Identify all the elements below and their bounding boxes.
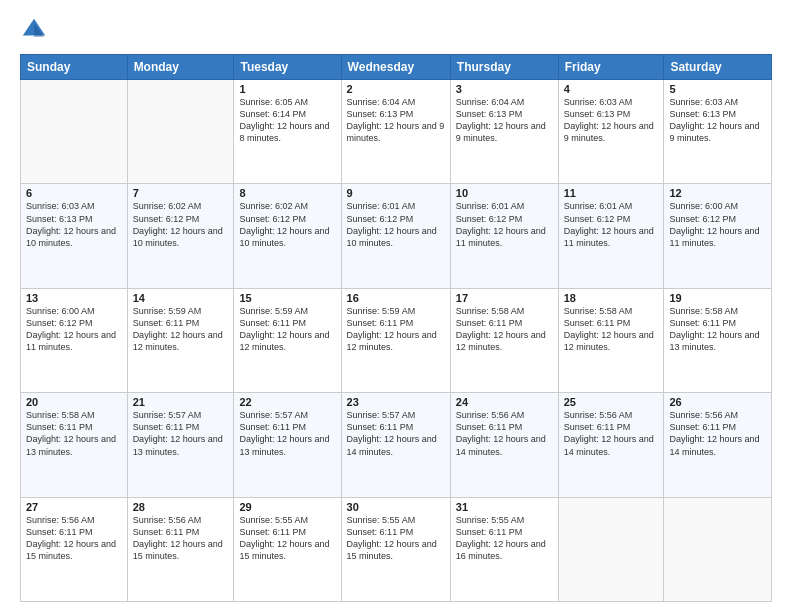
calendar-cell: 18Sunrise: 5:58 AMSunset: 6:11 PMDayligh… <box>558 288 664 392</box>
day-number: 7 <box>133 187 229 199</box>
day-info: Sunrise: 5:58 AMSunset: 6:11 PMDaylight:… <box>564 305 659 354</box>
day-number: 25 <box>564 396 659 408</box>
weekday-header-wednesday: Wednesday <box>341 55 450 80</box>
calendar-cell: 7Sunrise: 6:02 AMSunset: 6:12 PMDaylight… <box>127 184 234 288</box>
day-info: Sunrise: 5:59 AMSunset: 6:11 PMDaylight:… <box>133 305 229 354</box>
calendar-cell: 8Sunrise: 6:02 AMSunset: 6:12 PMDaylight… <box>234 184 341 288</box>
day-info: Sunrise: 5:55 AMSunset: 6:11 PMDaylight:… <box>239 514 335 563</box>
day-number: 22 <box>239 396 335 408</box>
day-number: 6 <box>26 187 122 199</box>
day-info: Sunrise: 5:56 AMSunset: 6:11 PMDaylight:… <box>26 514 122 563</box>
day-number: 24 <box>456 396 553 408</box>
day-info: Sunrise: 6:01 AMSunset: 6:12 PMDaylight:… <box>347 200 445 249</box>
calendar-cell: 26Sunrise: 5:56 AMSunset: 6:11 PMDayligh… <box>664 393 772 497</box>
day-info: Sunrise: 5:58 AMSunset: 6:11 PMDaylight:… <box>669 305 766 354</box>
calendar-cell: 21Sunrise: 5:57 AMSunset: 6:11 PMDayligh… <box>127 393 234 497</box>
calendar-cell: 14Sunrise: 5:59 AMSunset: 6:11 PMDayligh… <box>127 288 234 392</box>
day-info: Sunrise: 5:59 AMSunset: 6:11 PMDaylight:… <box>239 305 335 354</box>
weekday-header-saturday: Saturday <box>664 55 772 80</box>
calendar-cell: 13Sunrise: 6:00 AMSunset: 6:12 PMDayligh… <box>21 288 128 392</box>
day-info: Sunrise: 5:55 AMSunset: 6:11 PMDaylight:… <box>456 514 553 563</box>
day-info: Sunrise: 5:55 AMSunset: 6:11 PMDaylight:… <box>347 514 445 563</box>
calendar-cell: 22Sunrise: 5:57 AMSunset: 6:11 PMDayligh… <box>234 393 341 497</box>
page-header <box>20 16 772 44</box>
day-info: Sunrise: 6:03 AMSunset: 6:13 PMDaylight:… <box>669 96 766 145</box>
day-info: Sunrise: 6:01 AMSunset: 6:12 PMDaylight:… <box>456 200 553 249</box>
day-info: Sunrise: 6:04 AMSunset: 6:13 PMDaylight:… <box>347 96 445 145</box>
day-info: Sunrise: 6:03 AMSunset: 6:13 PMDaylight:… <box>26 200 122 249</box>
day-info: Sunrise: 5:56 AMSunset: 6:11 PMDaylight:… <box>133 514 229 563</box>
calendar-cell <box>127 80 234 184</box>
week-row-2: 6Sunrise: 6:03 AMSunset: 6:13 PMDaylight… <box>21 184 772 288</box>
calendar-cell: 25Sunrise: 5:56 AMSunset: 6:11 PMDayligh… <box>558 393 664 497</box>
calendar-cell: 24Sunrise: 5:56 AMSunset: 6:11 PMDayligh… <box>450 393 558 497</box>
calendar-cell <box>558 497 664 601</box>
calendar-cell: 11Sunrise: 6:01 AMSunset: 6:12 PMDayligh… <box>558 184 664 288</box>
logo <box>20 16 52 44</box>
weekday-header-friday: Friday <box>558 55 664 80</box>
day-number: 4 <box>564 83 659 95</box>
day-number: 8 <box>239 187 335 199</box>
day-info: Sunrise: 5:58 AMSunset: 6:11 PMDaylight:… <box>26 409 122 458</box>
day-number: 21 <box>133 396 229 408</box>
calendar-cell: 9Sunrise: 6:01 AMSunset: 6:12 PMDaylight… <box>341 184 450 288</box>
day-number: 12 <box>669 187 766 199</box>
weekday-header-thursday: Thursday <box>450 55 558 80</box>
calendar-cell: 10Sunrise: 6:01 AMSunset: 6:12 PMDayligh… <box>450 184 558 288</box>
calendar-table: SundayMondayTuesdayWednesdayThursdayFrid… <box>20 54 772 602</box>
calendar-cell: 29Sunrise: 5:55 AMSunset: 6:11 PMDayligh… <box>234 497 341 601</box>
day-info: Sunrise: 5:57 AMSunset: 6:11 PMDaylight:… <box>239 409 335 458</box>
day-info: Sunrise: 5:56 AMSunset: 6:11 PMDaylight:… <box>564 409 659 458</box>
calendar-cell: 2Sunrise: 6:04 AMSunset: 6:13 PMDaylight… <box>341 80 450 184</box>
day-number: 11 <box>564 187 659 199</box>
day-info: Sunrise: 6:04 AMSunset: 6:13 PMDaylight:… <box>456 96 553 145</box>
calendar-header: SundayMondayTuesdayWednesdayThursdayFrid… <box>21 55 772 80</box>
day-number: 17 <box>456 292 553 304</box>
calendar-cell: 27Sunrise: 5:56 AMSunset: 6:11 PMDayligh… <box>21 497 128 601</box>
logo-icon <box>20 16 48 44</box>
day-info: Sunrise: 6:00 AMSunset: 6:12 PMDaylight:… <box>26 305 122 354</box>
day-number: 28 <box>133 501 229 513</box>
day-info: Sunrise: 6:02 AMSunset: 6:12 PMDaylight:… <box>133 200 229 249</box>
day-number: 27 <box>26 501 122 513</box>
week-row-4: 20Sunrise: 5:58 AMSunset: 6:11 PMDayligh… <box>21 393 772 497</box>
weekday-header-tuesday: Tuesday <box>234 55 341 80</box>
day-number: 29 <box>239 501 335 513</box>
calendar-cell: 15Sunrise: 5:59 AMSunset: 6:11 PMDayligh… <box>234 288 341 392</box>
day-number: 30 <box>347 501 445 513</box>
day-info: Sunrise: 6:01 AMSunset: 6:12 PMDaylight:… <box>564 200 659 249</box>
calendar-cell <box>664 497 772 601</box>
calendar-cell: 19Sunrise: 5:58 AMSunset: 6:11 PMDayligh… <box>664 288 772 392</box>
day-number: 15 <box>239 292 335 304</box>
day-number: 2 <box>347 83 445 95</box>
day-info: Sunrise: 6:05 AMSunset: 6:14 PMDaylight:… <box>239 96 335 145</box>
day-number: 13 <box>26 292 122 304</box>
day-number: 23 <box>347 396 445 408</box>
day-number: 19 <box>669 292 766 304</box>
calendar-cell: 30Sunrise: 5:55 AMSunset: 6:11 PMDayligh… <box>341 497 450 601</box>
day-info: Sunrise: 5:56 AMSunset: 6:11 PMDaylight:… <box>669 409 766 458</box>
calendar-cell: 5Sunrise: 6:03 AMSunset: 6:13 PMDaylight… <box>664 80 772 184</box>
calendar-cell: 6Sunrise: 6:03 AMSunset: 6:13 PMDaylight… <box>21 184 128 288</box>
weekday-header-sunday: Sunday <box>21 55 128 80</box>
day-number: 5 <box>669 83 766 95</box>
day-info: Sunrise: 5:56 AMSunset: 6:11 PMDaylight:… <box>456 409 553 458</box>
day-number: 18 <box>564 292 659 304</box>
day-info: Sunrise: 6:03 AMSunset: 6:13 PMDaylight:… <box>564 96 659 145</box>
week-row-3: 13Sunrise: 6:00 AMSunset: 6:12 PMDayligh… <box>21 288 772 392</box>
day-info: Sunrise: 6:02 AMSunset: 6:12 PMDaylight:… <box>239 200 335 249</box>
weekday-header-monday: Monday <box>127 55 234 80</box>
calendar-cell <box>21 80 128 184</box>
day-number: 10 <box>456 187 553 199</box>
day-number: 16 <box>347 292 445 304</box>
day-number: 20 <box>26 396 122 408</box>
calendar-cell: 1Sunrise: 6:05 AMSunset: 6:14 PMDaylight… <box>234 80 341 184</box>
calendar-cell: 17Sunrise: 5:58 AMSunset: 6:11 PMDayligh… <box>450 288 558 392</box>
day-number: 3 <box>456 83 553 95</box>
calendar-cell: 20Sunrise: 5:58 AMSunset: 6:11 PMDayligh… <box>21 393 128 497</box>
calendar-cell: 3Sunrise: 6:04 AMSunset: 6:13 PMDaylight… <box>450 80 558 184</box>
day-number: 26 <box>669 396 766 408</box>
day-info: Sunrise: 5:58 AMSunset: 6:11 PMDaylight:… <box>456 305 553 354</box>
calendar-cell: 12Sunrise: 6:00 AMSunset: 6:12 PMDayligh… <box>664 184 772 288</box>
calendar-body: 1Sunrise: 6:05 AMSunset: 6:14 PMDaylight… <box>21 80 772 602</box>
